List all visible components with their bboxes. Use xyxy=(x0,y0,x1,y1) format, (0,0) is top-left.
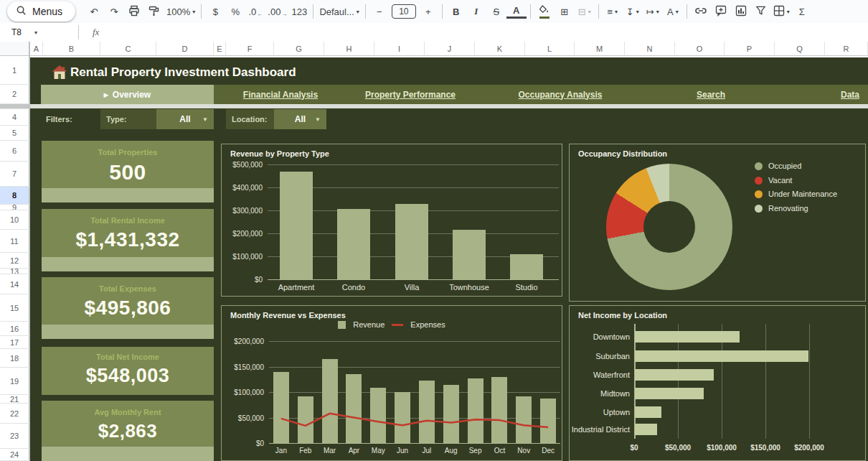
row-header-17[interactable]: 17 xyxy=(0,336,30,349)
hidden-row-divider[interactable] xyxy=(0,104,30,109)
column-header-M[interactable]: M xyxy=(575,42,625,56)
decrease-font-size-button[interactable]: − xyxy=(369,3,390,20)
row-header-24[interactable]: 24 xyxy=(0,449,30,461)
type-filter-dropdown[interactable]: All ▼ xyxy=(156,109,214,129)
row-header-8[interactable]: 8 xyxy=(0,187,30,205)
insert-link-button[interactable] xyxy=(691,3,711,20)
dashboard-title: Rental Property Investment Dashboard xyxy=(70,65,296,80)
row-header-12[interactable]: 12 xyxy=(0,253,30,269)
row-header-22[interactable]: 22 xyxy=(0,404,30,424)
chart-occupancy-distribution[interactable]: Occupancy DistributionOccupiedVacantUnde… xyxy=(569,144,866,302)
tab-financial-analysis[interactable]: Financial Analysis xyxy=(243,85,318,104)
undo-button[interactable]: ↶ xyxy=(84,3,104,20)
row-header-7[interactable]: 7 xyxy=(0,162,30,187)
y-axis-tick: $50,000 xyxy=(222,414,264,422)
x-axis-label: Apr xyxy=(349,447,360,455)
column-header-E[interactable]: E xyxy=(214,42,226,56)
column-header-P[interactable]: P xyxy=(725,42,775,56)
format-percent-button[interactable]: % xyxy=(225,3,245,20)
row-header-19[interactable]: 19 xyxy=(0,368,30,395)
tab-occupancy-analysis[interactable]: Occupancy Analysis xyxy=(519,85,603,104)
bar-oct xyxy=(491,377,507,443)
bar-studio xyxy=(510,254,543,279)
column-header-R[interactable]: R xyxy=(825,42,868,56)
chart-net-income-by-location[interactable]: Net Income by Location$0$50,000$100,000$… xyxy=(569,305,866,461)
row-header-11[interactable]: 11 xyxy=(0,230,30,253)
row-header-2[interactable]: 2 xyxy=(0,85,30,104)
create-filter-button[interactable] xyxy=(751,3,771,20)
column-header-J[interactable]: J xyxy=(425,42,475,56)
print-button[interactable] xyxy=(124,3,144,20)
location-filter-dropdown[interactable]: All ▼ xyxy=(274,109,326,129)
x-axis-label: Mar xyxy=(324,447,336,455)
column-header-D[interactable]: D xyxy=(156,42,214,56)
redo-button[interactable]: ↷ xyxy=(104,3,124,20)
column-header-C[interactable]: C xyxy=(100,42,156,56)
row-header-4[interactable]: 4 xyxy=(0,109,30,126)
zoom-select[interactable]: 100%▾ xyxy=(164,3,197,20)
column-header-N[interactable]: N xyxy=(625,42,675,56)
format-currency-button[interactable]: $ xyxy=(205,3,225,20)
fill-color-button[interactable] xyxy=(534,3,555,20)
bold-button[interactable]: B xyxy=(446,3,466,20)
table-views-button[interactable]: ▾ xyxy=(771,3,792,20)
column-header-L[interactable]: L xyxy=(525,42,575,56)
tab-overview[interactable]: ▸Overview xyxy=(41,85,214,104)
fill-color-icon xyxy=(539,5,550,16)
strikethrough-button[interactable]: S xyxy=(486,3,506,20)
row-header-16[interactable]: 16 xyxy=(0,322,30,336)
column-header-A[interactable]: A xyxy=(30,42,43,56)
column-header-B[interactable]: B xyxy=(43,42,100,56)
more-formats-button[interactable]: 123 xyxy=(289,3,309,20)
font-size-input[interactable]: 10 xyxy=(392,4,416,19)
chart-monthly-revenue-vs-expenses[interactable]: Monthly Revenue vs ExpensesRevenueExpens… xyxy=(221,305,562,461)
kpi-card-total-rental-income: Total Rental Income$1,431,332 xyxy=(42,209,214,271)
text-color-button[interactable]: A xyxy=(506,4,527,19)
row-header-1[interactable]: 1 xyxy=(0,56,30,85)
paint-format-button[interactable] xyxy=(144,3,164,20)
divider xyxy=(78,25,79,39)
borders-button[interactable]: ⊞ xyxy=(555,3,575,20)
decrease-decimal-button[interactable]: .0← xyxy=(245,3,265,20)
column-header-O[interactable]: O xyxy=(675,42,725,56)
column-header-K[interactable]: K xyxy=(475,42,525,56)
insert-chart-button[interactable] xyxy=(731,3,751,20)
row-header-15[interactable]: 15 xyxy=(0,294,30,322)
text-rotation-button[interactable]: A▾ xyxy=(663,3,683,20)
increase-decimal-button[interactable]: .00→ xyxy=(265,3,289,20)
row-header-9[interactable]: 9 xyxy=(0,205,30,210)
column-header-G[interactable]: G xyxy=(274,42,324,56)
vertical-align-button[interactable]: ↧▾ xyxy=(623,3,643,20)
functions-button[interactable]: Σ xyxy=(792,3,812,20)
select-all-corner[interactable] xyxy=(0,42,30,56)
chart-revenue-by-property-type[interactable]: Revenue by Property Type$500,000$400,000… xyxy=(221,144,562,297)
row-header-14[interactable]: 14 xyxy=(0,274,30,294)
row-header-6[interactable]: 6 xyxy=(0,141,30,162)
font-select[interactable]: Defaul...▾ xyxy=(317,3,361,20)
toolbar-divider xyxy=(201,4,202,19)
menus-button[interactable]: Menus xyxy=(7,1,75,22)
tab-data[interactable]: Data xyxy=(841,85,859,104)
formula-input[interactable] xyxy=(99,23,868,42)
column-header-H[interactable]: H xyxy=(324,42,374,56)
name-box[interactable]: T8 ▾ xyxy=(0,27,75,37)
horizontal-align-button[interactable]: ≡▾ xyxy=(603,3,623,20)
row-header-13[interactable]: 13 xyxy=(0,269,30,274)
row-header-21[interactable]: 21 xyxy=(0,395,30,404)
column-header-F[interactable]: F xyxy=(226,42,274,56)
column-header-Q[interactable]: Q xyxy=(775,42,825,56)
row-header-10[interactable]: 10 xyxy=(0,210,30,230)
text-wrap-button[interactable]: ↦▾ xyxy=(643,3,663,20)
column-header-I[interactable]: I xyxy=(374,42,425,56)
italic-button[interactable]: I xyxy=(466,3,486,20)
increase-font-size-button[interactable]: + xyxy=(418,3,438,20)
tab-search[interactable]: Search xyxy=(697,85,725,104)
row-header-23[interactable]: 23 xyxy=(0,424,30,449)
merge-cells-button[interactable]: ⊟▾ xyxy=(575,3,595,20)
row-header-5[interactable]: 5 xyxy=(0,126,30,141)
row-header-18[interactable]: 18 xyxy=(0,349,30,368)
tab-property-performance[interactable]: Property Performance xyxy=(365,85,456,104)
insert-comment-button[interactable] xyxy=(711,3,731,20)
y-axis-tick: $150,000 xyxy=(222,363,264,371)
kpi-card-avg-monthly-rent: Avg Monthly Rent$2,863 xyxy=(42,401,214,461)
